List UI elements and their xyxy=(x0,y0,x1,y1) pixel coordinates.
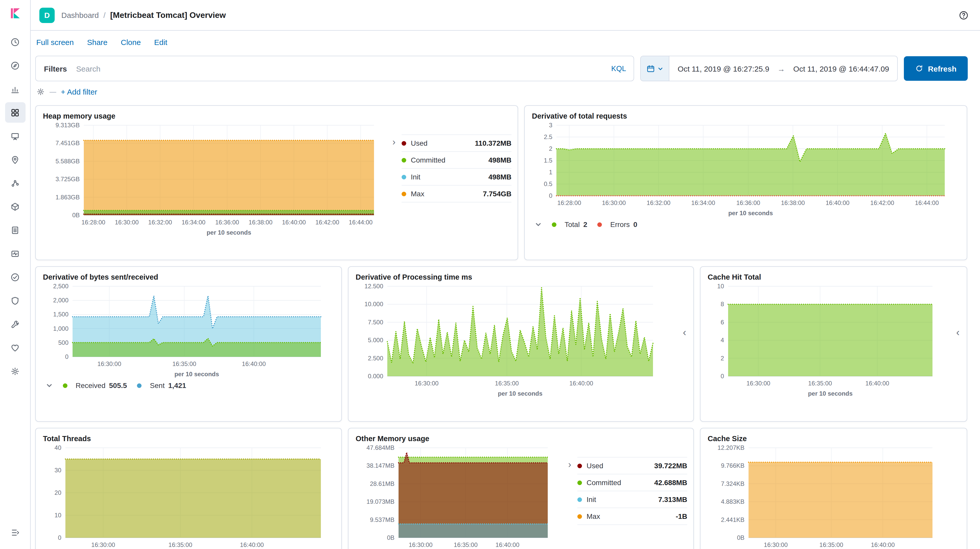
top-header: D Dashboard / [Metricbeat Tomcat] Overvi… xyxy=(31,0,980,31)
heap-memory-chart[interactable]: 9.313GB7.451GB5.588GB3.725GB1.863GB0B16:… xyxy=(42,121,379,238)
legend-color-dot xyxy=(578,463,582,468)
kibana-logo[interactable] xyxy=(8,6,22,22)
svg-text:16:40:00: 16:40:00 xyxy=(242,361,266,367)
collapse-menu-icon[interactable] xyxy=(5,522,25,543)
svg-text:16:36:00: 16:36:00 xyxy=(736,199,760,206)
legend-item[interactable]: Max-1B xyxy=(578,508,687,525)
legend: Total2 Errors0 xyxy=(531,220,961,228)
breadcrumb-dashboard-link[interactable]: Dashboard xyxy=(61,11,99,19)
svg-text:0: 0 xyxy=(549,192,552,199)
sidebar-item-dashboard[interactable] xyxy=(5,102,25,123)
svg-text:16:36:00: 16:36:00 xyxy=(215,219,239,226)
filters-button[interactable]: Filters xyxy=(36,56,75,81)
sidebar-item-recently-viewed[interactable] xyxy=(5,32,25,52)
legend: Used110.372MB Committed498MB Init498MB M… xyxy=(402,134,511,203)
space-badge[interactable]: D xyxy=(39,7,55,23)
svg-text:16:35:00: 16:35:00 xyxy=(169,541,192,548)
clone-link[interactable]: Clone xyxy=(121,38,141,46)
calendar-icon xyxy=(647,64,655,73)
total-requests-chart[interactable]: 32.521.510.5016:28:0016:30:0016:32:0016:… xyxy=(531,121,950,218)
legend-color-dot xyxy=(402,192,406,196)
legend-collapse-chevron[interactable]: › xyxy=(392,137,396,147)
sidebar-item-canvas[interactable] xyxy=(5,126,25,146)
panel-title[interactable]: Cache Size xyxy=(708,434,747,443)
refresh-button[interactable]: Refresh xyxy=(904,56,968,81)
refresh-icon xyxy=(915,64,923,73)
legend-collapse-chevron[interactable]: › xyxy=(568,460,571,469)
panel-title[interactable]: Other Memory usage xyxy=(356,434,430,443)
svg-text:0B: 0B xyxy=(72,212,80,219)
sidebar-item-apm[interactable] xyxy=(5,243,25,264)
svg-text:6: 6 xyxy=(721,319,724,326)
clock-icon xyxy=(10,37,20,47)
dashboard-icon xyxy=(10,108,20,117)
legend-item[interactable]: Sent1,421 xyxy=(137,381,186,389)
cache-hit-chart[interactable]: 108642016:30:0016:35:0016:40:00per 10 se… xyxy=(706,282,938,399)
edit-link[interactable]: Edit xyxy=(154,38,167,46)
panel-title[interactable]: Heap memory usage xyxy=(43,112,116,120)
legend-item[interactable]: Total2 xyxy=(552,220,587,228)
legend-chevron-down-icon[interactable] xyxy=(535,221,542,228)
legend-item[interactable]: Init7.313MB xyxy=(578,491,687,508)
sidebar-item-dev-tools[interactable] xyxy=(5,314,25,334)
panel-title[interactable]: Cache Hit Total xyxy=(708,273,761,281)
sidebar-item-discover[interactable] xyxy=(5,55,25,76)
panel-derivative-bytes: Derivative of bytes sent/received 2,5002… xyxy=(35,267,342,422)
svg-text:16:35:00: 16:35:00 xyxy=(172,361,196,367)
svg-text:0B: 0B xyxy=(737,534,745,541)
legend-expand-chevron[interactable]: ‹ xyxy=(955,327,961,337)
total-threads-chart[interactable]: 40302010016:30:0016:35:0016:40:00per 10 … xyxy=(42,444,326,549)
legend-expand-chevron[interactable]: ‹ xyxy=(682,327,687,337)
panel-title[interactable]: Derivative of total requests xyxy=(532,112,627,120)
legend-item[interactable]: Max7.754GB xyxy=(402,185,511,203)
share-link[interactable]: Share xyxy=(87,38,108,46)
processing-time-chart[interactable]: 12.50010.0007.5005.0002.5000.00016:30:00… xyxy=(355,282,658,399)
panel-title[interactable]: Total Threads xyxy=(43,434,91,443)
other-memory-chart[interactable]: 47.684MB38.147MB28.61MB19.073MB9.537MB0B… xyxy=(355,444,553,549)
cache-size-chart[interactable]: 12.207KB9.766KB7.324KB4.883KB2.441KB0B16… xyxy=(706,444,938,549)
svg-text:16:38:00: 16:38:00 xyxy=(248,219,272,226)
sidebar-item-machine-learning[interactable] xyxy=(5,173,25,193)
sidebar-item-stack-monitoring[interactable] xyxy=(5,337,25,358)
legend-item[interactable]: Errors0 xyxy=(598,220,637,228)
bytes-sent-received-chart[interactable]: 2,5002,0001,5001,000500016:30:0016:35:00… xyxy=(42,282,326,379)
sidebar-item-maps[interactable] xyxy=(5,149,25,170)
help-icon[interactable] xyxy=(959,10,969,20)
legend-item[interactable]: Used110.372MB xyxy=(402,135,511,152)
filter-options-gear-icon[interactable] xyxy=(36,88,45,96)
calendar-button[interactable] xyxy=(641,56,670,81)
sidebar-item-uptime[interactable] xyxy=(5,267,25,287)
sidebar-item-infrastructure[interactable] xyxy=(5,196,25,217)
panel-title[interactable]: Derivative of Processing time ms xyxy=(356,273,472,281)
legend-item[interactable]: Used39.722MB xyxy=(578,458,687,474)
svg-text:16:30:00: 16:30:00 xyxy=(764,541,788,548)
panel-cache-hit-total: Cache Hit Total 108642016:30:0016:35:001… xyxy=(700,267,967,422)
legend-chevron-down-icon[interactable] xyxy=(46,382,52,389)
legend-item[interactable]: Committed42.688MB xyxy=(578,474,687,491)
sidebar-item-siem[interactable] xyxy=(5,290,25,311)
dashboard-grid: Heap memory usage 9.313GB7.451GB5.588GB3… xyxy=(31,97,980,549)
svg-text:47.684MB: 47.684MB xyxy=(367,444,395,451)
sidebar-item-logs[interactable] xyxy=(5,220,25,240)
sidebar-item-visualize[interactable] xyxy=(5,79,25,99)
legend-color-dot xyxy=(402,158,406,162)
svg-text:7.500: 7.500 xyxy=(368,319,383,326)
date-picker: Oct 11, 2019 @ 16:27:25.9 → Oct 11, 2019… xyxy=(641,56,898,81)
legend-item[interactable]: Init498MB xyxy=(402,169,511,185)
svg-text:4: 4 xyxy=(721,337,724,343)
full-screen-link[interactable]: Full screen xyxy=(36,38,74,46)
date-start[interactable]: Oct 11, 2019 @ 16:27:25.9 xyxy=(670,64,778,73)
add-filter-link[interactable]: + Add filter xyxy=(61,88,97,96)
sidebar-item-management[interactable] xyxy=(5,361,25,381)
legend-item[interactable]: Received505.5 xyxy=(63,381,127,389)
svg-text:12.207KB: 12.207KB xyxy=(718,444,745,451)
legend-color-dot xyxy=(578,480,582,485)
kql-toggle[interactable]: KQL xyxy=(604,64,634,73)
legend-item[interactable]: Committed498MB xyxy=(402,152,511,169)
panel-title[interactable]: Derivative of bytes sent/received xyxy=(43,273,158,281)
svg-text:16:35:00: 16:35:00 xyxy=(495,380,519,387)
svg-text:7.451GB: 7.451GB xyxy=(56,140,80,147)
search-input[interactable] xyxy=(75,64,604,73)
svg-text:2: 2 xyxy=(549,145,552,152)
date-end[interactable]: Oct 11, 2019 @ 16:44:47.09 xyxy=(785,64,897,73)
